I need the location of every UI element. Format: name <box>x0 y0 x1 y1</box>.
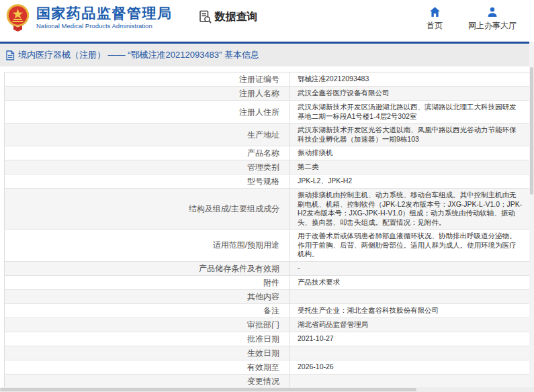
nav-service-hall-label: 网上办事大厅 <box>468 20 517 32</box>
table-row: 附件产品技术要求 <box>5 276 529 290</box>
horizontal-scrollbar[interactable] <box>0 387 534 392</box>
row-value: 第二类 <box>290 160 529 174</box>
row-value: 2021-10-27 <box>290 332 529 346</box>
row-label: 附件 <box>5 276 290 289</box>
table-row: 结构及组成/主要组成成分振动排痰机由控制主机、动力系统、移动台车组成。其中控制主… <box>5 189 529 230</box>
row-label: 产品名称 <box>5 146 290 160</box>
row-value: 振动排痰机由控制主机、动力系统、移动台车组成。其中控制主机由无刷电机、机箱、控制… <box>290 189 529 229</box>
row-label-text: 注册人住所 <box>239 107 279 117</box>
table-row: 注册人住所武汉东湖新技术开发区汤逊湖北路以西、滨湖路以北理工大科技园研发基地二期… <box>5 101 529 124</box>
row-value: 鄂械注准20212093483 <box>290 72 529 86</box>
row-label-text: 产品储存条件及有效期 <box>199 264 279 273</box>
row-value: 产品技术要求 <box>290 276 529 289</box>
row-value: 湖北省药品监督管理局 <box>290 318 529 332</box>
row-label: 变更情况 <box>5 375 290 388</box>
registration-info-table: 注册证编号鄂械注准20212093483注册人名称武汉全鑫谷医疗设备有限公司注册… <box>4 72 530 392</box>
row-label: 有效期至 <box>5 360 290 374</box>
row-label-text: 产品名称 <box>247 148 279 158</box>
row-label-text: 生产地址 <box>247 130 279 140</box>
horizontal-scrollbar-thumb[interactable] <box>0 388 416 391</box>
user-icon <box>487 7 498 17</box>
agency-logo: 国家药品监督管理局 National Medical Products Admi… <box>5 4 173 32</box>
row-label: 产品储存条件及有效期 <box>5 262 290 275</box>
row-label: 审批部门 <box>5 318 290 332</box>
home-icon <box>429 7 441 17</box>
row-label: 适用范围/预期用途 <box>5 230 290 261</box>
table-row: 注册证编号鄂械注准20212093483 <box>5 72 529 87</box>
breadcrumb: 境内医疗器械（注册） —— “鄂械注准20212093483” 基本信息 <box>0 44 534 66</box>
row-label: 结构及组成/主要组成成分 <box>5 189 290 229</box>
row-value: 武汉东湖新技术开发区汤逊湖北路以西、滨湖路以北理工大科技园研发基地二期一标段A1… <box>290 101 529 123</box>
row-label-text: 变更情况 <box>247 377 279 386</box>
row-value: 用于改善术后或体弱患者肺部血液循环状况、协助排出呼吸道分泌物。作用于前胸、后背、… <box>290 230 529 261</box>
table-row: 管理类别第二类 <box>5 160 529 175</box>
data-query-label: 数据查询 <box>215 10 258 24</box>
row-value: - <box>290 262 529 275</box>
row-label: 管理类别 <box>5 160 290 174</box>
row-label-text: 结构及组成/主要组成成分 <box>189 204 279 213</box>
row-label-text: 管理类别 <box>247 162 279 172</box>
page-title: 境内医疗器械（注册） —— “鄂械注准20212093483” 基本信息 <box>18 49 259 61</box>
row-label-text: 附件 <box>263 278 279 287</box>
row-value: 武汉全鑫谷医疗设备有限公司 <box>290 87 529 100</box>
row-value: JPK-L2、JPK-H2 <box>290 175 529 188</box>
top-nav: 首页 网上办事大厅 <box>427 7 517 32</box>
row-label: 其他内容 <box>5 290 290 303</box>
row-label: 注册人住所 <box>5 101 290 123</box>
row-label: 注册人名称 <box>5 87 290 100</box>
row-label: 注册证编号 <box>5 72 290 86</box>
table-row: 适用范围/预期用途用于改善术后或体弱患者肺部血液循环状况、协助排出呼吸道分泌物。… <box>5 230 529 262</box>
data-query-icon <box>198 10 212 24</box>
row-label: 型号规格 <box>5 175 290 188</box>
row-value: 2026-10-26 <box>290 360 529 374</box>
row-label-text: 生效日期 <box>247 348 279 358</box>
row-value <box>290 295 529 299</box>
row-value <box>290 351 529 355</box>
nav-service-hall[interactable]: 网上办事大厅 <box>468 7 517 32</box>
page-header: 国家药品监督管理局 National Medical Products Admi… <box>0 0 534 42</box>
table-row: 产品储存条件及有效期- <box>5 262 529 276</box>
table-row: 变更情况 <box>5 375 529 389</box>
row-value: 振动排痰机 <box>290 146 529 160</box>
row-value: 受托生产企业：湖北全鑫谷科技股份有限公司 <box>290 304 529 317</box>
table-row: 型号规格JPK-L2、JPK-H2 <box>5 175 529 189</box>
table-row: 注册人名称武汉全鑫谷医疗设备有限公司 <box>5 87 529 101</box>
nav-home-label: 首页 <box>427 20 443 32</box>
table-row: 其他内容 <box>5 290 529 304</box>
row-label: 生产地址 <box>5 124 290 146</box>
table-row: 备注受托生产企业：湖北全鑫谷科技股份有限公司 <box>5 304 529 318</box>
table-row: 有效期至2026-10-26 <box>5 360 529 375</box>
agency-name-cn: 国家药品监督管理局 <box>36 5 173 21</box>
row-label-text: 备注 <box>263 306 279 315</box>
row-value <box>290 379 529 383</box>
vertical-scrollbar[interactable] <box>529 42 534 387</box>
row-value: 武汉东湖新技术开发区光谷大道以南、凤凰中路以西光谷动力节能环保科技企业孵化器（加… <box>290 124 529 146</box>
row-label-text: 批准日期 <box>247 334 279 344</box>
row-label-text: 型号规格 <box>247 177 279 186</box>
row-label-text: 适用范围/预期用途 <box>213 240 279 250</box>
agency-name-en: National Medical Products Administration <box>36 21 173 30</box>
table-row: 生效日期 <box>5 346 529 360</box>
row-label: 批准日期 <box>5 332 290 346</box>
table-row: 审批部门湖北省药品监督管理局 <box>5 318 529 332</box>
row-label-text: 注册证编号 <box>239 75 279 84</box>
nav-home[interactable]: 首页 <box>427 7 443 32</box>
data-query-heading: 数据查询 <box>198 10 258 24</box>
document-icon <box>5 50 15 60</box>
national-emblem-icon <box>5 4 30 32</box>
row-label-text: 其他内容 <box>247 292 279 301</box>
row-label-text: 审批部门 <box>247 320 279 330</box>
row-label-text: 注册人名称 <box>239 89 279 98</box>
vertical-scrollbar-thumb[interactable] <box>530 67 533 195</box>
row-label: 生效日期 <box>5 346 290 360</box>
row-label-text: 有效期至 <box>247 362 279 372</box>
row-label: 备注 <box>5 304 290 317</box>
table-row: 批准日期2021-10-27 <box>5 332 529 346</box>
table-row: 产品名称振动排痰机 <box>5 146 529 160</box>
table-row: 生产地址武汉东湖新技术开发区光谷大道以南、凤凰中路以西光谷动力节能环保科技企业孵… <box>5 124 529 146</box>
